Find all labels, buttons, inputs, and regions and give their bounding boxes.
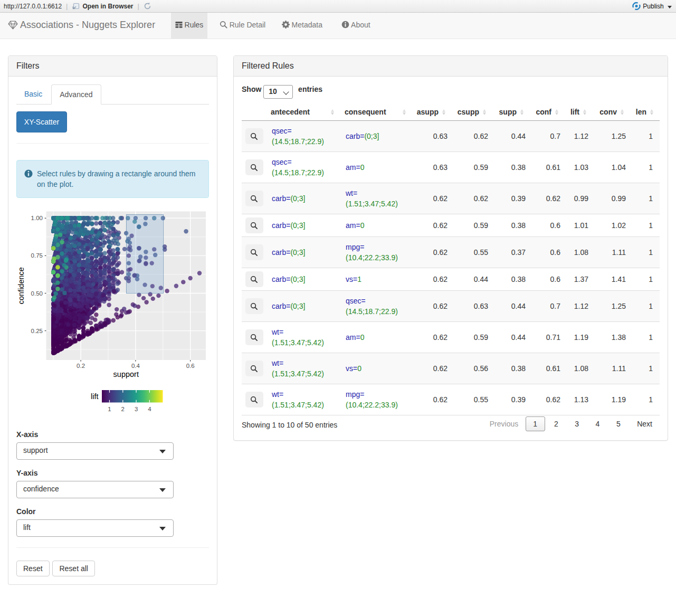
- svg-text:lift: lift: [91, 392, 99, 401]
- svg-text:confidence: confidence: [17, 267, 25, 304]
- svg-text:4: 4: [148, 406, 151, 412]
- svg-text:0.2: 0.2: [77, 363, 85, 369]
- svg-text:0.75: 0.75: [31, 252, 43, 259]
- svg-text:0.50: 0.50: [31, 290, 43, 297]
- svg-text:2: 2: [121, 406, 125, 412]
- svg-text:3: 3: [135, 406, 138, 412]
- svg-text:0.4: 0.4: [131, 363, 140, 369]
- svg-text:1.00: 1.00: [31, 215, 43, 221]
- svg-text:0.6: 0.6: [186, 363, 195, 369]
- svg-text:0.25: 0.25: [31, 328, 43, 334]
- svg-text:1: 1: [108, 406, 111, 412]
- svg-text:support: support: [113, 370, 139, 378]
